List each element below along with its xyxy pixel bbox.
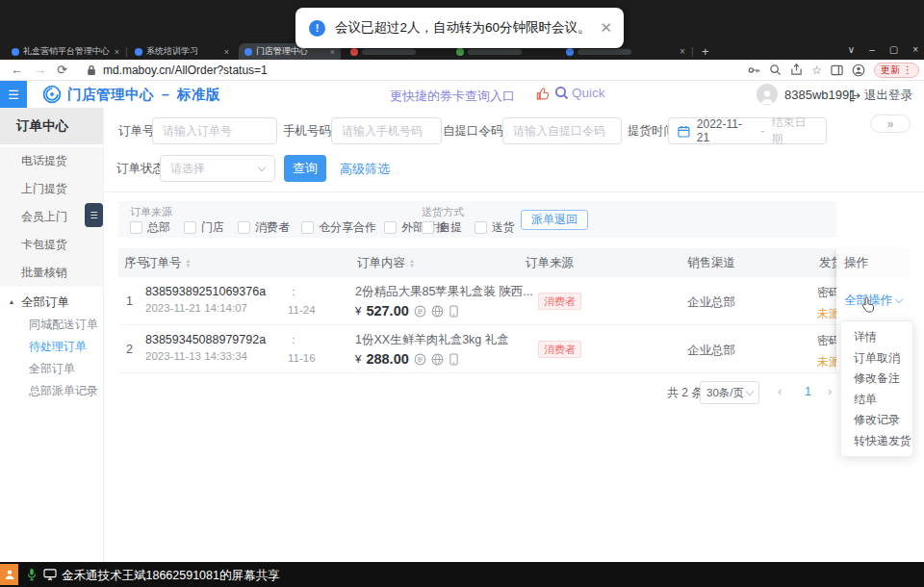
sidebar-item-hq-dispatch-records[interactable]: 总部派单记录 (0, 380, 103, 402)
tab-label: 礼盒营销平台管理中心 (23, 45, 111, 58)
browser-tab-1[interactable]: 礼盒营销平台管理中心 × (6, 43, 125, 60)
row-content: 1份XX生鲜羊肉礼盒3kg 礼盒 ¥ 288.00 (355, 332, 509, 367)
sidebar-item-batch-verify[interactable]: 批量核销 (0, 259, 103, 287)
app-header: ☰ 门店管理中心 － 标准版 更快捷的券卡查询入口 Quick 8385wb19… (0, 81, 924, 108)
reload-icon[interactable]: ⟳ (57, 61, 67, 80)
checkbox-warehouse-share[interactable]: 仓分享合作 (301, 219, 376, 236)
filter-panel: 订单来源 总部 门店 消费者 仓分享合作 外部对接 送货方式 自提 送货 派单退… (118, 201, 836, 238)
checkbox-icon (475, 221, 487, 234)
sidebar-item-city-delivery-orders[interactable]: 同城配送订单 (0, 314, 103, 336)
search-button[interactable]: 查询 (284, 155, 326, 182)
tab-favicon (135, 48, 142, 56)
row-seq: 1 (126, 294, 133, 308)
tab-close-icon[interactable]: × (680, 46, 685, 57)
drag-handle-icon: ☰ (90, 211, 97, 220)
checkbox-store[interactable]: 门店 (184, 219, 224, 236)
row-order-no: 83859389251069376a 2023-11-21 14:14:07 (145, 285, 266, 314)
dispatch-return-button[interactable]: 派单退回 (521, 210, 588, 230)
pickup-code-label: 自提口令码 (443, 117, 503, 144)
table-header: 序号 订单号▲▼ 订单内容▲▼ 订单来源 销售渠道 发货信息 (118, 248, 836, 277)
tab-close-icon[interactable]: × (330, 47, 335, 57)
obscured-tab-title (578, 49, 631, 55)
profile-avatar-icon[interactable] (852, 64, 865, 77)
sidebar-collapse-handle[interactable]: ☰ (85, 203, 103, 227)
date-start-value: 2022-11-21 (697, 117, 755, 144)
logout-button[interactable]: 退出登录 (848, 88, 912, 104)
bookmark-star-icon[interactable]: ☆ (811, 64, 822, 77)
sidebar-item-door-pickup[interactable]: 上门提货 (0, 175, 103, 203)
tab-search-icon[interactable]: ∨ (848, 44, 855, 55)
checkbox-hq[interactable]: 总部 (130, 219, 170, 236)
advanced-filter-link[interactable]: 高级筛选 (340, 161, 390, 178)
browser-addressbar: ← → ⟳ md.maboy.cn/AllOrder?status=1 ☆ (0, 60, 924, 81)
phone-icon (449, 305, 459, 318)
page-number-1[interactable]: 1 (805, 385, 811, 398)
sort-icon[interactable]: ▲▼ (409, 259, 415, 268)
row-clipped-time: ： 11-24 (288, 285, 316, 316)
checkbox-consumer[interactable]: 消费者 (238, 219, 290, 236)
checkbox-self-pickup[interactable]: 自提 (422, 219, 462, 236)
maximize-button[interactable]: ▢ (889, 44, 898, 55)
page-size-select[interactable]: 30条/页 (700, 381, 759, 404)
coupon-query-entry-link[interactable]: 更快捷的券卡查询入口 (390, 88, 515, 105)
col-action: 操作 (836, 248, 911, 277)
sidebar-item-pending-orders-active[interactable]: 待处理订单 (0, 336, 103, 358)
source-badge: 消费者 (538, 293, 581, 310)
logout-label: 退出登录 (864, 88, 912, 104)
globe-icon (431, 305, 444, 318)
menu-item-edit-records[interactable]: 修改记录 (841, 410, 912, 431)
tab-close-icon[interactable]: × (224, 47, 229, 57)
new-tab-button[interactable]: + (702, 44, 709, 59)
phone-input[interactable] (331, 117, 442, 144)
zoom-icon[interactable] (769, 64, 782, 76)
prev-page-button[interactable]: ‹ (778, 384, 782, 398)
window-close-button[interactable]: × (912, 44, 918, 55)
hamburger-menu-button[interactable]: ☰ (0, 81, 27, 108)
password-key-icon[interactable] (747, 64, 760, 77)
sidebar-section-order-center[interactable]: 订单中心 (0, 108, 103, 144)
checkbox-icon (184, 221, 196, 234)
back-icon[interactable]: ← (11, 61, 23, 80)
share-icon[interactable] (790, 64, 803, 76)
forward-icon[interactable]: → (34, 61, 46, 80)
url-text[interactable]: md.maboy.cn/AllOrder?status=1 (103, 64, 268, 77)
menu-item-details[interactable]: 详情 (841, 327, 912, 348)
addressbar-actions: ☆ 更新 ⋮ (747, 63, 919, 78)
username-text: 8385wb1991 (784, 88, 856, 102)
tab-favicon (456, 48, 464, 56)
date-range-picker[interactable]: 2022-11-21 - 结束日期 (668, 117, 827, 144)
tab-close-icon[interactable]: × (115, 47, 119, 57)
checkbox-icon (422, 221, 434, 234)
table-row: 1 83859389251069376a 2023-11-21 14:14:07… (118, 277, 836, 325)
quick-search-link[interactable]: Quick (554, 86, 605, 100)
notification-close-icon[interactable]: ✕ (601, 19, 613, 37)
sidebar-item-all-orders[interactable]: 全部订单 (0, 358, 103, 380)
browser-tab-2[interactable]: 系统培训学习 × (129, 43, 235, 60)
sidebar-item-phone-pickup[interactable]: 电话提货 (0, 147, 103, 175)
date-separator: - (761, 124, 765, 138)
checkbox-delivery[interactable]: 送货 (475, 219, 515, 236)
chrome-update-button[interactable]: 更新 ⋮ (874, 63, 919, 78)
sidebar-item-card-pickup[interactable]: 卡包提货 (0, 231, 103, 259)
expand-filters-button[interactable]: » (870, 115, 911, 133)
menu-item-cancel-order[interactable]: 订单取消 (841, 348, 912, 370)
order-no-input[interactable] (152, 117, 277, 144)
checkbox-icon (238, 221, 250, 234)
source-badge: 消费者 (538, 341, 581, 358)
side-panel-icon[interactable] (831, 64, 843, 76)
menu-item-edit-note[interactable]: 修改备注 (841, 369, 912, 390)
exit-icon (848, 89, 860, 102)
lock-icon[interactable] (87, 64, 96, 76)
col-source: 订单来源 (526, 248, 574, 277)
pickup-code-input[interactable] (502, 117, 622, 144)
menu-item-express-ship[interactable]: 转快递发货 (841, 431, 912, 452)
next-page-button[interactable]: › (828, 384, 832, 398)
minimize-button[interactable]: – (869, 44, 875, 55)
order-status-select[interactable]: 请选择 (160, 155, 275, 182)
row-created-at: 2023-11-21 14:14:07 (145, 302, 266, 314)
sidebar-group-label[interactable]: ▴ 全部订单 (0, 291, 103, 314)
sort-icon[interactable]: ▲▼ (186, 259, 192, 268)
receipt-circle-icon (414, 305, 426, 318)
date-end-placeholder: 结束日期 (772, 115, 817, 147)
menu-item-close-order[interactable]: 结单 (841, 390, 912, 411)
